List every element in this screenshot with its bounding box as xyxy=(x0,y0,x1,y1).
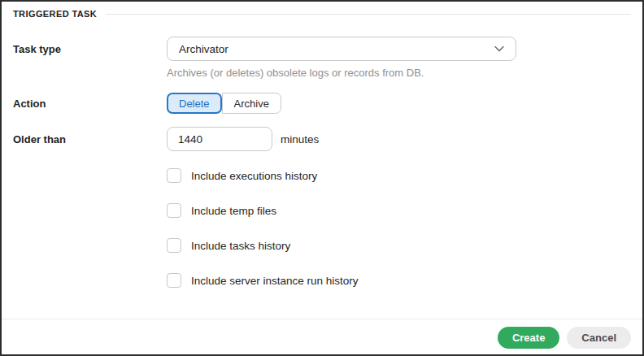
form-content: TRIGGERED TASK Task type Archivator Arch… xyxy=(2,2,642,319)
task-type-row: Task type Archivator xyxy=(13,37,631,61)
footer-bar: Create Cancel xyxy=(2,319,642,354)
executions-history-checkbox[interactable] xyxy=(167,168,181,183)
action-option-archive[interactable]: Archive xyxy=(222,93,281,114)
triggered-task-panel: TRIGGERED TASK Task type Archivator Arch… xyxy=(0,0,644,356)
temp-files-checkbox[interactable] xyxy=(167,203,181,218)
tasks-history-label[interactable]: Include tasks history xyxy=(191,240,290,252)
temp-files-label[interactable]: Include temp files xyxy=(191,205,276,217)
action-label: Action xyxy=(13,98,46,110)
fieldset-header: TRIGGERED TASK xyxy=(13,2,631,19)
server-instance-run-history-label[interactable]: Include server instance run history xyxy=(191,275,359,287)
header-divider xyxy=(107,14,631,15)
chevron-down-icon xyxy=(493,42,506,55)
checkbox-row-tasks-history: Include tasks history xyxy=(13,238,631,253)
checkbox-row-executions-history: Include executions history xyxy=(13,168,631,183)
older-than-unit: minutes xyxy=(281,133,319,145)
task-type-label: Task type xyxy=(13,43,61,55)
server-instance-run-history-checkbox[interactable] xyxy=(167,273,181,288)
checkbox-row-temp-files: Include temp files xyxy=(13,203,631,218)
checkbox-row-server-instance-run-history: Include server instance run history xyxy=(13,273,631,288)
task-type-value: Archivator xyxy=(179,43,493,55)
task-type-help-row: Archives (or deletes) obsolete logs or r… xyxy=(13,67,631,79)
executions-history-label[interactable]: Include executions history xyxy=(191,170,317,182)
older-than-row: Older than minutes xyxy=(13,127,631,151)
older-than-label: Older than xyxy=(13,133,66,145)
cancel-button[interactable]: Cancel xyxy=(567,327,631,349)
panel-title: TRIGGERED TASK xyxy=(13,9,97,19)
create-button[interactable]: Create xyxy=(498,327,559,349)
task-type-dropdown[interactable]: Archivator xyxy=(167,37,516,61)
older-than-input[interactable] xyxy=(167,127,272,151)
action-option-delete[interactable]: Delete xyxy=(167,93,222,114)
tasks-history-checkbox[interactable] xyxy=(167,238,181,253)
task-type-help-text: Archives (or deletes) obsolete logs or r… xyxy=(167,67,424,79)
action-segmented-control: Delete Archive xyxy=(167,93,281,114)
action-row: Action Delete Archive xyxy=(13,93,631,114)
